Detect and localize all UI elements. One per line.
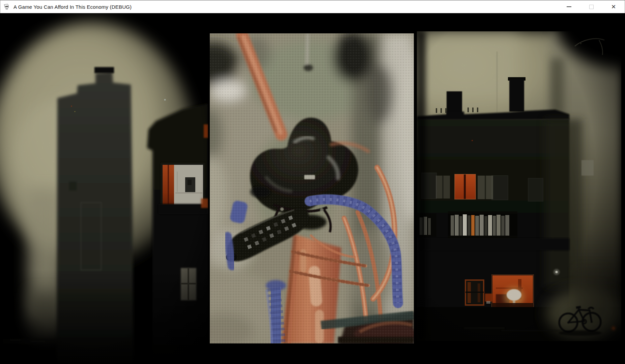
left-panel-art [0,13,208,364]
close-button[interactable]: ✕ [602,0,625,13]
film-grain [0,13,208,364]
toilet-icon [4,3,10,10]
film-grain [417,31,621,341]
window-controls: ✕ [558,0,625,13]
window-title: A Game You Can Afford In This Economy (D… [13,4,132,10]
right-building-illustration[interactable] [417,31,621,341]
title-bar: A Game You Can Afford In This Economy (D… [0,0,625,13]
center-bicycle-photo[interactable] [210,33,414,343]
right-panel-art [417,31,621,341]
maximize-icon [589,5,594,9]
film-grain [210,33,414,343]
center-panel-art [210,33,414,343]
maximize-button[interactable] [580,0,602,13]
minimize-icon [567,6,571,7]
game-viewport [0,13,625,364]
app-window: A Game You Can Afford In This Economy (D… [0,0,625,364]
minimize-button[interactable] [558,0,580,13]
close-icon: ✕ [611,4,616,10]
left-street-illustration[interactable] [0,13,208,364]
